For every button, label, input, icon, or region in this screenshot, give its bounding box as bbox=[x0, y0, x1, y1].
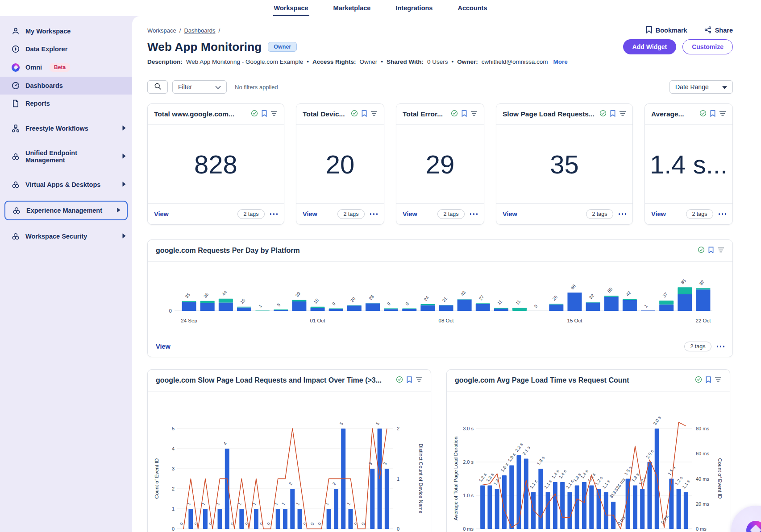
check-circle-icon bbox=[698, 246, 705, 255]
kpi-value: 29 bbox=[426, 149, 455, 179]
bookmark-widget-icon[interactable] bbox=[362, 110, 367, 119]
svg-text:1.1 s: 1.1 s bbox=[681, 479, 690, 490]
more-menu-icon[interactable] bbox=[719, 213, 727, 215]
sidebar-item-reports[interactable]: Reports bbox=[0, 95, 132, 112]
svg-text:82: 82 bbox=[699, 279, 706, 286]
svg-text:1.2 s: 1.2 s bbox=[638, 475, 647, 486]
sidebar-item-virtual-apps-desktops[interactable]: Virtual Apps & Desktops bbox=[0, 176, 132, 194]
bookmark-widget-icon[interactable] bbox=[706, 376, 711, 385]
bookmark-button[interactable]: Bookmark bbox=[646, 26, 687, 35]
filter-lines-icon[interactable] bbox=[370, 110, 378, 118]
sidebar-item-data-explorer[interactable]: Data Explorer bbox=[0, 40, 132, 58]
tags-pill[interactable]: 2 tags bbox=[684, 342, 711, 351]
svg-text:1.1 s: 1.1 s bbox=[543, 479, 553, 490]
sidebar-item-experience-management[interactable]: Experience Management bbox=[4, 201, 128, 220]
view-link[interactable]: View bbox=[503, 210, 517, 218]
breadcrumb-dashboards-link[interactable]: Dashboards bbox=[184, 27, 215, 34]
svg-text:3.0 s: 3.0 s bbox=[463, 426, 474, 431]
svg-text:20 ms: 20 ms bbox=[696, 501, 709, 507]
more-menu-icon[interactable] bbox=[370, 213, 378, 215]
more-menu-icon[interactable] bbox=[270, 213, 278, 215]
share-button[interactable]: Share bbox=[704, 26, 733, 35]
svg-text:Count of Event ID: Count of Event ID bbox=[154, 458, 159, 499]
svg-text:Average of Total Page Load Dur: Average of Total Page Load Duration bbox=[453, 437, 458, 520]
kpi-card-average: Average... 1.4 s... View 2 tags bbox=[645, 103, 733, 225]
svg-text:24: 24 bbox=[423, 295, 430, 302]
bookmark-widget-icon[interactable] bbox=[407, 376, 412, 385]
view-link[interactable]: View bbox=[403, 210, 417, 218]
more-menu-icon[interactable] bbox=[619, 213, 627, 215]
filter-lines-icon[interactable] bbox=[470, 110, 478, 118]
svg-text:0: 0 bbox=[533, 304, 538, 309]
document-icon bbox=[12, 99, 20, 107]
sidebar-item-omni[interactable]: Omni Beta bbox=[0, 58, 132, 77]
tags-pill[interactable]: 2 tags bbox=[686, 209, 713, 219]
svg-text:28: 28 bbox=[368, 294, 375, 301]
view-link[interactable]: View bbox=[651, 210, 666, 218]
kpi-cards-row: Total www.google.com... 828 View 2 tags … bbox=[147, 103, 733, 225]
tags-pill[interactable]: 2 tags bbox=[437, 209, 464, 219]
add-widget-button[interactable]: Add Widget bbox=[623, 39, 677, 54]
svg-text:08 Oct: 08 Oct bbox=[439, 318, 454, 323]
bookmark-widget-icon[interactable] bbox=[462, 110, 467, 119]
check-circle-icon bbox=[351, 110, 358, 119]
filter-lines-icon[interactable] bbox=[715, 376, 722, 384]
sidebar-item-unified-endpoint-management[interactable]: Unified Endpoint Management bbox=[0, 144, 132, 169]
bookmark-widget-icon[interactable] bbox=[610, 110, 615, 119]
caret-down-icon bbox=[722, 83, 727, 91]
svg-text:1.8 s: 1.8 s bbox=[536, 455, 545, 466]
owner-badge: Owner bbox=[268, 42, 297, 52]
more-link[interactable]: More bbox=[553, 58, 568, 65]
more-menu-icon[interactable] bbox=[717, 346, 725, 347]
view-link[interactable]: View bbox=[303, 210, 317, 218]
svg-text:1.3 s: 1.3 s bbox=[485, 472, 495, 483]
filter-lines-icon[interactable] bbox=[717, 247, 724, 255]
svg-text:35: 35 bbox=[184, 292, 191, 299]
main-content: Workspace / Dashboards / Bookmark Share … bbox=[132, 16, 761, 532]
sidebar-item-freestyle-workflows[interactable]: Freestyle Workflows bbox=[0, 120, 132, 137]
search-icon bbox=[154, 82, 162, 92]
customize-button[interactable]: Customize bbox=[682, 39, 733, 54]
bookmark-widget-icon[interactable] bbox=[262, 110, 267, 119]
tab-workspace[interactable]: Workspace bbox=[273, 1, 309, 16]
svg-text:80 ms: 80 ms bbox=[696, 426, 709, 431]
svg-text:0: 0 bbox=[208, 521, 213, 526]
filter-status: No filters applied bbox=[235, 84, 278, 91]
sidebar-item-workspace-security[interactable]: Workspace Security bbox=[0, 227, 132, 245]
filter-lines-icon[interactable] bbox=[270, 110, 278, 118]
svg-text:0: 0 bbox=[179, 521, 184, 526]
svg-text:1.2 s: 1.2 s bbox=[674, 475, 683, 486]
more-menu-icon[interactable] bbox=[470, 213, 478, 215]
sidebar-item-my-workspace[interactable]: My Workspace bbox=[0, 22, 132, 40]
view-link[interactable]: View bbox=[154, 210, 169, 218]
tags-pill[interactable]: 2 tags bbox=[237, 209, 264, 219]
filter-lines-icon[interactable] bbox=[619, 110, 626, 118]
svg-text:Count of Event ID: Count of Event ID bbox=[717, 458, 723, 499]
filter-lines-icon[interactable] bbox=[719, 110, 726, 118]
breadcrumb-workspace[interactable]: Workspace bbox=[147, 27, 176, 34]
tab-integrations[interactable]: Integrations bbox=[395, 1, 433, 16]
kpi-card-total-errors: Total Error... 29 View 2 tags bbox=[396, 103, 484, 225]
svg-text:1.3 s: 1.3 s bbox=[587, 472, 596, 483]
tab-accounts[interactable]: Accounts bbox=[457, 1, 488, 16]
sidebar-item-label: Unified Endpoint Management bbox=[25, 149, 116, 164]
filter-dropdown[interactable]: Filter bbox=[172, 80, 227, 94]
tags-pill[interactable]: 2 tags bbox=[337, 209, 364, 219]
svg-text:1.1 s: 1.1 s bbox=[529, 479, 538, 490]
bookmark-widget-icon[interactable] bbox=[708, 247, 714, 255]
svg-text:2: 2 bbox=[397, 426, 399, 431]
view-link[interactable]: View bbox=[156, 343, 170, 350]
svg-text:0: 0 bbox=[353, 521, 358, 526]
filter-lines-icon[interactable] bbox=[416, 376, 423, 384]
tab-marketplace[interactable]: Marketplace bbox=[333, 1, 372, 16]
svg-text:11: 11 bbox=[496, 299, 503, 305]
bookmark-widget-icon[interactable] bbox=[710, 110, 715, 119]
tags-pill[interactable]: 2 tags bbox=[586, 209, 613, 219]
date-range-dropdown[interactable]: Date Range bbox=[670, 80, 733, 94]
svg-text:0: 0 bbox=[317, 521, 322, 526]
check-circle-icon bbox=[699, 110, 707, 119]
svg-text:40 ms: 40 ms bbox=[696, 476, 709, 482]
search-button[interactable] bbox=[147, 80, 168, 94]
sidebar-item-dashboards[interactable]: Dashboards bbox=[0, 77, 132, 95]
kpi-card-total-requests: Total www.google.com... 828 View 2 tags bbox=[147, 103, 284, 225]
